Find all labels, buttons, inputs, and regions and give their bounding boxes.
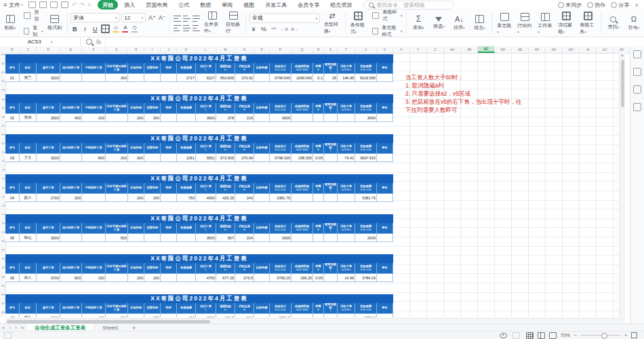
horizontal-scroll-thumb[interactable] [7, 320, 210, 323]
payroll-cell[interactable] [161, 74, 177, 82]
payroll-cell[interactable]: 500 [60, 274, 82, 282]
align-left-icon[interactable] [174, 24, 181, 32]
payroll-cell[interactable] [161, 114, 177, 122]
payroll-col-header[interactable]: 代扣个税J=G*H-I [338, 263, 355, 274]
payroll-col-header[interactable]: 住房补贴 [144, 223, 161, 234]
clipboard-panel-icon[interactable] [633, 68, 641, 76]
row-header-63[interactable]: 63 [0, 88, 5, 92]
payroll-cell[interactable]: 500 [106, 234, 128, 242]
payroll-col-header[interactable]: 平时加班工资 [82, 143, 106, 154]
payroll-col-header[interactable]: 签名 [377, 263, 393, 274]
payroll-col-header[interactable]: 实发金额K=F-J-B [355, 103, 377, 114]
payroll-col-header[interactable]: 补贴 [161, 183, 177, 194]
scroll-up-icon[interactable]: ▲ [620, 53, 625, 57]
payroll-col-header[interactable]: 应纳税所得G=F-3500 [291, 303, 313, 314]
status-mode-icon[interactable] [4, 332, 12, 339]
payroll-cell[interactable] [324, 154, 338, 162]
worksheet-button[interactable]: 工作表▾ [535, 9, 555, 37]
payroll-col-header[interactable]: 税率H [313, 63, 324, 74]
payroll-col-header[interactable]: 应发合计F=C-D-E [270, 263, 291, 274]
payroll-cell[interactable]: 04 [5, 194, 20, 202]
increase-font-icon[interactable]: A⁺ [148, 14, 156, 22]
row-header-82[interactable]: 82 [0, 257, 5, 260]
align-bottom-icon[interactable] [193, 15, 200, 22]
payroll-cell[interactable]: 1699.545 [291, 74, 313, 82]
payroll-col-header[interactable]: 法定节假日加班工资 [106, 103, 128, 114]
payroll-cell[interactable]: 298.335 [291, 154, 313, 162]
payroll-cell[interactable] [106, 114, 128, 122]
column-header-G[interactable]: G [106, 46, 128, 53]
payroll-col-header[interactable]: 应发合计F=C-D-E [270, 143, 291, 154]
print-preview-icon[interactable] [61, 1, 68, 8]
payroll-col-header[interactable]: 伙食补贴 [128, 223, 144, 234]
payroll-col-header[interactable]: 社保补缴 [254, 63, 270, 74]
ribbon-tab-数据[interactable]: 数据 [195, 0, 216, 9]
payroll-col-header[interactable]: 税率H [313, 103, 324, 114]
print-icon[interactable] [50, 1, 58, 8]
payroll-col-header[interactable]: 应纳税所得G=F-3500 [291, 263, 313, 274]
payroll-cell[interactable] [324, 314, 338, 317]
payroll-col-header[interactable]: 代扣个税J=G*H-I [338, 143, 355, 154]
row-header-75[interactable]: 75 [0, 195, 5, 199]
payroll-cell[interactable]: 74.42 [338, 154, 355, 162]
column-header-AB[interactable]: AB [461, 46, 478, 53]
payroll-col-header[interactable]: 代扣个税J=G*H-I [338, 103, 355, 114]
payroll-cell[interactable]: 750 [177, 194, 196, 202]
payroll-col-header[interactable]: 应付工资C [196, 223, 216, 234]
help-panel-icon[interactable] [633, 103, 641, 111]
zoom-in-button[interactable]: + [624, 333, 627, 338]
payroll-col-header[interactable]: 速算扣除数I [324, 223, 338, 234]
row-header-61[interactable]: 61 [0, 71, 5, 74]
payroll-cell[interactable] [291, 234, 313, 242]
sync-status[interactable]: 未同步 [558, 1, 582, 9]
zoom-out-button[interactable]: − [574, 333, 577, 338]
payroll-col-header[interactable]: 速算扣除数I [324, 143, 338, 154]
add-sheet-button[interactable]: + [132, 325, 136, 332]
payroll-col-header[interactable]: 姓名 [20, 303, 37, 314]
payroll-col-header[interactable]: 伙食补贴 [128, 183, 144, 194]
row-header-65[interactable]: 65 [0, 106, 5, 110]
redo-icon[interactable]: ↷ [79, 1, 85, 8]
next-sheet-icon[interactable]: › [13, 325, 19, 331]
ribbon-tab-视图[interactable]: 视图 [239, 0, 259, 9]
payroll-cell[interactable]: 200 [128, 114, 144, 122]
row-header-78[interactable]: 78 [0, 222, 5, 225]
payroll-col-header[interactable]: 代扣个税J=G*H-I [338, 303, 355, 314]
payroll-col-header[interactable]: 平时加班工资 [82, 63, 106, 74]
payroll-col-header[interactable]: 请假扣款D [216, 223, 235, 234]
payroll-cell[interactable]: 409.5 [216, 314, 235, 317]
payroll-col-header[interactable]: 提成金额 [177, 263, 196, 274]
payroll-cell[interactable]: 3799.545 [270, 74, 291, 82]
payroll-col-header[interactable]: 提成金额 [177, 63, 196, 74]
payroll-cell[interactable] [324, 114, 338, 122]
payroll-cell[interactable]: 2700 [37, 194, 60, 202]
payroll-col-header[interactable]: 应纳税所得G=F-3500 [291, 183, 313, 194]
payroll-col-header[interactable]: 应纳税所得G=F-3500 [291, 223, 313, 234]
column-header-AD[interactable]: AD [495, 46, 512, 53]
eye-protect-icon[interactable] [500, 333, 507, 338]
paste-button[interactable]: 粘贴▾ [0, 9, 20, 37]
format-painter-button[interactable]: 格式刷 [45, 9, 65, 37]
filter-button[interactable]: 筛选▾ [428, 9, 449, 37]
payroll-cell[interactable]: 0.05 [313, 274, 324, 282]
recalculate-icon[interactable] [512, 332, 520, 339]
type-convert-button[interactable]: ⇄ 类型转换▾ [321, 9, 343, 37]
row-header-64[interactable]: 64 [0, 98, 5, 101]
payroll-cell[interactable]: 853.835 [216, 74, 235, 82]
payroll-cell[interactable] [377, 234, 393, 242]
export-icon[interactable] [39, 1, 47, 8]
payroll-cell[interactable] [161, 274, 177, 282]
payroll-col-header[interactable]: 基本工资 [37, 223, 60, 234]
payroll-col-header[interactable]: 住房补贴 [144, 63, 161, 74]
payroll-cell[interactable]: 2639 [355, 234, 377, 242]
payroll-col-header[interactable]: 请假扣款D [216, 143, 235, 154]
payroll-cell[interactable]: 300 [128, 154, 144, 162]
payroll-cell[interactable] [60, 154, 82, 162]
payroll-col-header[interactable]: 序号 [5, 143, 20, 154]
payroll-col-header[interactable]: 应付工资C [196, 143, 216, 154]
payroll-cell[interactable] [161, 154, 177, 162]
payroll-cell[interactable]: 周九 [20, 314, 37, 317]
vertical-scroll-thumb[interactable] [621, 60, 624, 107]
payroll-col-header[interactable]: 伙食补贴 [128, 63, 144, 74]
sort-button[interactable]: A↓ 排序▾ [449, 9, 469, 37]
